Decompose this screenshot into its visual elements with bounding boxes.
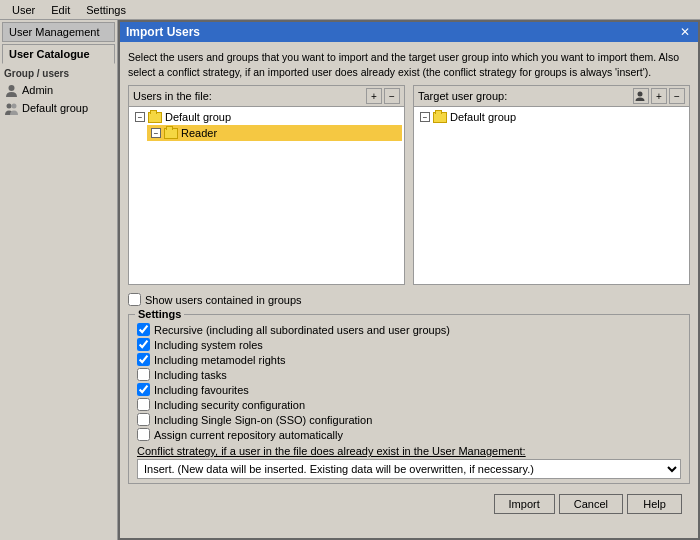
settings-content: Recursive (including all subordinated us… <box>137 323 681 441</box>
expand-reader[interactable]: − <box>151 128 161 138</box>
right-folder-icon <box>433 112 447 123</box>
import-button[interactable]: Import <box>494 494 555 514</box>
remove-right-icon[interactable]: − <box>669 88 685 104</box>
setting-system-roles: Including system roles <box>137 338 681 351</box>
tree-item-default-group-label: Default group <box>165 111 231 123</box>
settings-box: Settings Recursive (including all subord… <box>128 314 690 484</box>
label-metamodel: Including metamodel rights <box>154 354 285 366</box>
dialog-footer: Import Cancel Help <box>128 490 690 520</box>
label-tasks: Including tasks <box>154 369 227 381</box>
sidebar-item-admin[interactable]: Admin <box>0 81 117 99</box>
main-layout: User Management User Catalogue Group / u… <box>0 20 700 540</box>
tab-user-management[interactable]: User Management <box>2 22 115 42</box>
group-icon <box>4 101 18 115</box>
dialog-description: Select the users and groups that you wan… <box>128 50 690 79</box>
left-panel-icons: + − <box>366 88 400 104</box>
checkbox-tasks[interactable] <box>137 368 150 381</box>
show-users-row: Show users contained in groups <box>128 291 690 308</box>
expand-default-group[interactable]: − <box>135 112 145 122</box>
tree-item-reader[interactable]: − Reader <box>147 125 402 141</box>
right-panel-header: Target user group: + − <box>414 86 689 107</box>
person-add-icon[interactable] <box>633 88 649 104</box>
setting-sso: Including Single Sign-on (SSO) configura… <box>137 413 681 426</box>
conflict-strategy-select[interactable]: Insert. (New data will be inserted. Exis… <box>137 459 681 479</box>
left-panel-header: Users in the file: + − <box>129 86 404 107</box>
settings-legend: Settings <box>135 308 184 320</box>
svg-point-3 <box>638 92 643 97</box>
right-panel-content: − Default group <box>414 107 689 284</box>
panels-row: Users in the file: + − − Default group <box>128 85 690 285</box>
label-favourites: Including favourites <box>154 384 249 396</box>
sidebar: User Management User Catalogue Group / u… <box>0 20 118 540</box>
tree-item-reader-label: Reader <box>181 127 217 139</box>
label-sso: Including Single Sign-on (SSO) configura… <box>154 414 372 426</box>
help-button[interactable]: Help <box>627 494 682 514</box>
label-recursive: Recursive (including all subordinated us… <box>154 324 450 336</box>
setting-repo: Assign current repository automatically <box>137 428 681 441</box>
add-right-icon[interactable]: + <box>651 88 667 104</box>
setting-tasks: Including tasks <box>137 368 681 381</box>
tab-user-catalogue[interactable]: User Catalogue <box>2 44 115 64</box>
menu-edit[interactable]: Edit <box>43 2 78 18</box>
import-users-dialog: Import Users ✕ Select the users and grou… <box>118 20 700 540</box>
svg-point-1 <box>6 103 11 108</box>
right-panel: Target user group: + − <box>413 85 690 285</box>
setting-favourites: Including favourites <box>137 383 681 396</box>
menu-user[interactable]: User <box>4 2 43 18</box>
label-system-roles: Including system roles <box>154 339 263 351</box>
sidebar-item-default-group[interactable]: Default group <box>0 99 117 117</box>
left-panel: Users in the file: + − − Default group <box>128 85 405 285</box>
setting-security: Including security configuration <box>137 398 681 411</box>
label-repo: Assign current repository automatically <box>154 429 343 441</box>
left-panel-label: Users in the file: <box>133 90 212 102</box>
right-tree-item-default-group[interactable]: − Default group <box>416 109 687 125</box>
cancel-button[interactable]: Cancel <box>559 494 623 514</box>
checkbox-metamodel[interactable] <box>137 353 150 366</box>
svg-point-2 <box>11 103 16 108</box>
menu-bar: User Edit Settings <box>0 0 700 20</box>
person-icon <box>4 83 18 97</box>
right-tree-default-label: Default group <box>450 111 516 123</box>
setting-metamodel: Including metamodel rights <box>137 353 681 366</box>
right-panel-icons: + − <box>633 88 685 104</box>
folder-icon-reader <box>164 128 178 139</box>
right-expand-default[interactable]: − <box>420 112 430 122</box>
dialog-body: Select the users and groups that you wan… <box>120 42 698 538</box>
svg-point-0 <box>8 85 14 91</box>
remove-icon[interactable]: − <box>384 88 400 104</box>
checkbox-security[interactable] <box>137 398 150 411</box>
sidebar-section-label: Group / users <box>0 64 117 81</box>
add-icon[interactable]: + <box>366 88 382 104</box>
dialog-title: Import Users <box>126 25 200 39</box>
conflict-label: Conflict strategy, if a user in the file… <box>137 445 681 457</box>
left-panel-content: − Default group − Reader <box>129 107 404 284</box>
show-users-checkbox[interactable] <box>128 293 141 306</box>
close-button[interactable]: ✕ <box>678 25 692 39</box>
checkbox-recursive[interactable] <box>137 323 150 336</box>
sidebar-item-default-group-label: Default group <box>22 102 88 114</box>
setting-recursive: Recursive (including all subordinated us… <box>137 323 681 336</box>
checkbox-repo[interactable] <box>137 428 150 441</box>
dialog-titlebar: Import Users ✕ <box>120 22 698 42</box>
folder-icon-default <box>148 112 162 123</box>
checkbox-system-roles[interactable] <box>137 338 150 351</box>
label-security: Including security configuration <box>154 399 305 411</box>
right-panel-label: Target user group: <box>418 90 507 102</box>
tree-item-default-group[interactable]: − Default group <box>131 109 402 125</box>
menu-settings[interactable]: Settings <box>78 2 134 18</box>
checkbox-sso[interactable] <box>137 413 150 426</box>
checkbox-favourites[interactable] <box>137 383 150 396</box>
sidebar-item-admin-label: Admin <box>22 84 53 96</box>
show-users-label: Show users contained in groups <box>145 294 302 306</box>
